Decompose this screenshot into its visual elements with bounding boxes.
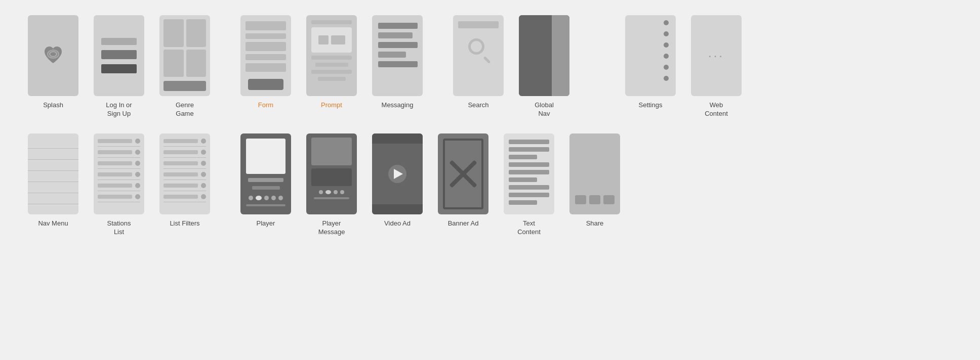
item-list-filters[interactable]: List Filters bbox=[152, 133, 218, 228]
item-login[interactable]: Log In orSign Up bbox=[86, 15, 152, 118]
item-nav-menu[interactable]: Nav Menu bbox=[20, 133, 86, 228]
lf-dot-6 bbox=[201, 194, 206, 199]
tc-line-5 bbox=[509, 170, 549, 174]
genre-cell-2 bbox=[186, 19, 207, 47]
msg-line-3 bbox=[378, 42, 418, 48]
card-stations-list bbox=[94, 133, 144, 214]
item-banner-ad[interactable]: Banner Ad bbox=[430, 133, 496, 228]
label-nav-menu: Nav Menu bbox=[38, 219, 68, 228]
item-stations-list[interactable]: StationsList bbox=[86, 133, 152, 237]
nav-row-5 bbox=[28, 182, 78, 193]
prompt-line-3 bbox=[311, 70, 352, 74]
lf-row-6 bbox=[164, 193, 206, 202]
nav-row-2 bbox=[28, 149, 78, 160]
card-prompt bbox=[306, 15, 357, 96]
item-splash[interactable]: Splash bbox=[20, 15, 86, 110]
item-genre-game[interactable]: GenreGame bbox=[152, 15, 218, 118]
lf-line-4 bbox=[164, 172, 198, 176]
player-dot-4 bbox=[271, 196, 276, 200]
tc-line-6 bbox=[509, 177, 537, 182]
form-submit-btn bbox=[248, 79, 283, 90]
share-squares-row bbox=[575, 195, 615, 204]
label-player-message: PlayerMessage bbox=[318, 219, 345, 237]
player-dot-5 bbox=[278, 196, 283, 200]
video-ad-play-area bbox=[372, 144, 423, 204]
pm-mid-area bbox=[311, 168, 352, 186]
card-player bbox=[240, 133, 291, 214]
card-messaging bbox=[372, 15, 423, 96]
sl-row-5 bbox=[98, 182, 140, 191]
share-sq-3 bbox=[603, 195, 615, 204]
msg-line-2 bbox=[378, 32, 413, 38]
item-share[interactable]: Share bbox=[562, 133, 628, 228]
video-ad-bottom-bar bbox=[372, 204, 423, 214]
pm-dot-4 bbox=[340, 190, 344, 194]
label-banner-ad: Banner Ad bbox=[448, 219, 479, 228]
label-login: Log In orSign Up bbox=[106, 101, 132, 118]
item-search[interactable]: Search bbox=[445, 15, 511, 110]
sl-dot-1 bbox=[135, 139, 140, 144]
pm-dot-2 bbox=[325, 190, 331, 194]
item-player-message[interactable]: PlayerMessage bbox=[299, 133, 364, 237]
item-form[interactable]: Form bbox=[233, 15, 299, 110]
tc-line-9 bbox=[509, 200, 537, 205]
item-web-content[interactable]: ··· WebContent bbox=[683, 15, 749, 118]
card-list-filters bbox=[159, 133, 210, 214]
sl-row-2 bbox=[98, 149, 140, 158]
settings-dot-3 bbox=[664, 42, 669, 48]
ellipsis-icon: ··· bbox=[708, 49, 724, 63]
pm-dot-1 bbox=[319, 190, 323, 194]
item-prompt[interactable]: Prompt bbox=[299, 15, 364, 110]
label-global-nav: GlobalNav bbox=[535, 101, 554, 118]
form-bar-3 bbox=[246, 42, 286, 51]
login-bar-1 bbox=[101, 38, 137, 45]
sl-line-6 bbox=[98, 195, 132, 199]
label-messaging: Messaging bbox=[382, 101, 414, 110]
prompt-sq-1 bbox=[318, 35, 329, 44]
pm-top-area bbox=[311, 138, 352, 165]
sl-row-1 bbox=[98, 138, 140, 147]
genre-cell-4 bbox=[186, 50, 207, 77]
card-text-content bbox=[504, 133, 554, 214]
lf-dot-2 bbox=[201, 150, 206, 155]
pm-progress-bar bbox=[314, 197, 349, 199]
msg-line-4 bbox=[378, 52, 406, 58]
msg-line-1 bbox=[378, 23, 418, 29]
item-global-nav[interactable]: GlobalNav bbox=[511, 15, 577, 118]
tc-line-7 bbox=[509, 185, 549, 190]
player-dot-2 bbox=[256, 196, 262, 200]
tc-line-4 bbox=[509, 162, 549, 167]
prompt-sq-2 bbox=[331, 35, 345, 44]
item-video-ad[interactable]: Video Ad bbox=[364, 133, 430, 228]
tc-line-2 bbox=[509, 147, 549, 152]
prompt-image-area bbox=[311, 27, 352, 53]
sl-line-1 bbox=[98, 139, 132, 143]
settings-dot-4 bbox=[664, 54, 669, 59]
item-player[interactable]: Player bbox=[233, 133, 299, 228]
sl-dot-4 bbox=[135, 172, 140, 177]
item-messaging[interactable]: Messaging bbox=[364, 15, 430, 110]
item-text-content[interactable]: TextContent bbox=[496, 133, 562, 237]
genre-bottom-bar bbox=[164, 81, 206, 91]
video-ad-play-button bbox=[388, 165, 406, 183]
item-settings[interactable]: Settings bbox=[618, 15, 683, 110]
lf-row-2 bbox=[164, 149, 206, 158]
pm-dots bbox=[319, 190, 344, 194]
sl-line-3 bbox=[98, 161, 132, 165]
label-form: Form bbox=[258, 101, 273, 110]
player-title-bar bbox=[248, 178, 283, 182]
row-1: Splash Log In orSign Up GenreGame bbox=[20, 15, 960, 118]
card-player-message bbox=[306, 133, 357, 214]
card-global-nav bbox=[519, 15, 569, 96]
lf-row-5 bbox=[164, 182, 206, 191]
card-nav-menu bbox=[28, 133, 78, 214]
lf-line-5 bbox=[164, 184, 198, 188]
card-genre-game bbox=[159, 15, 210, 96]
search-circle bbox=[468, 38, 484, 55]
msg-line-5 bbox=[378, 61, 418, 67]
sl-dot-2 bbox=[135, 150, 140, 155]
card-login bbox=[94, 15, 144, 96]
player-dot-3 bbox=[264, 196, 269, 200]
video-ad-top-bar bbox=[372, 133, 423, 144]
lf-line-3 bbox=[164, 161, 198, 165]
